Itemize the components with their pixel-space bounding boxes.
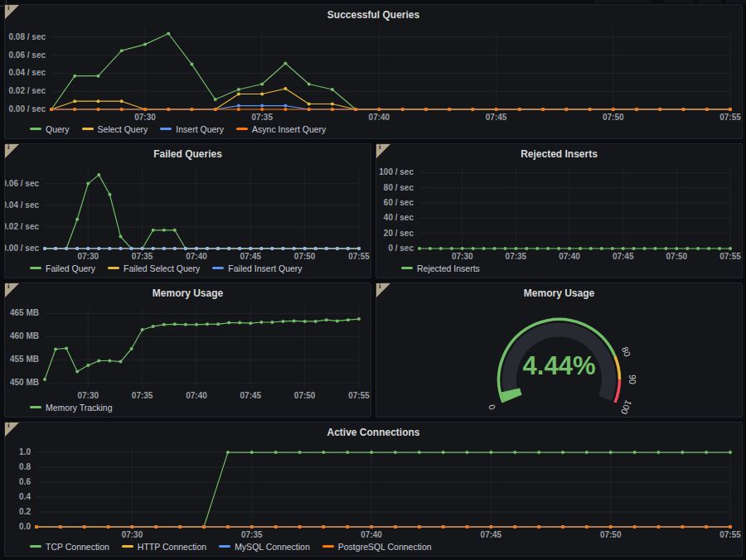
data-point[interactable] (226, 451, 230, 454)
data-point[interactable] (635, 108, 638, 111)
data-point[interactable] (685, 247, 689, 250)
data-point[interactable] (718, 247, 721, 250)
legend-item-failed-select-query[interactable]: Failed Select Query (108, 263, 200, 273)
data-point[interactable] (119, 235, 123, 239)
data-point[interactable] (696, 247, 700, 250)
data-point[interactable] (325, 318, 328, 321)
legend-item-query[interactable]: Query (30, 124, 70, 134)
data-point[interactable] (143, 108, 147, 111)
data-point[interactable] (283, 62, 287, 65)
data-point[interactable] (214, 108, 217, 111)
data-point[interactable] (600, 247, 603, 250)
data-point[interactable] (394, 525, 397, 529)
data-point[interactable] (120, 99, 124, 103)
data-point[interactable] (282, 247, 285, 250)
data-point[interactable] (442, 525, 445, 529)
data-point[interactable] (370, 451, 373, 454)
data-point[interactable] (238, 321, 241, 325)
data-point[interactable] (675, 247, 678, 250)
legend-item-tcp-connection[interactable]: TCP Connection (30, 542, 109, 552)
legend-item-failed-query[interactable]: Failed Query (30, 263, 95, 273)
data-point[interactable] (141, 328, 144, 331)
data-point[interactable] (585, 525, 589, 529)
data-point[interactable] (173, 229, 177, 232)
data-point[interactable] (589, 247, 593, 250)
data-point[interactable] (632, 247, 636, 250)
data-point[interactable] (119, 247, 123, 250)
data-point[interactable] (298, 525, 302, 529)
data-point[interactable] (314, 320, 317, 323)
data-point[interactable] (43, 378, 46, 381)
data-point[interactable] (546, 247, 550, 250)
data-point[interactable] (162, 323, 166, 326)
data-point[interactable] (589, 108, 592, 111)
data-point[interactable] (152, 247, 155, 250)
data-point[interactable] (260, 93, 264, 96)
panel-title-memory-usage-gauge[interactable]: Memory Usage (376, 287, 742, 300)
data-point[interactable] (249, 247, 252, 250)
data-point[interactable] (143, 43, 147, 46)
data-point[interactable] (54, 247, 57, 250)
data-point[interactable] (274, 525, 278, 529)
data-point[interactable] (152, 229, 155, 232)
data-point[interactable] (260, 108, 264, 111)
data-point[interactable] (537, 451, 540, 454)
data-point[interactable] (357, 317, 361, 321)
data-point[interactable] (729, 525, 732, 529)
data-point[interactable] (611, 247, 614, 250)
data-point[interactable] (664, 247, 667, 250)
data-point[interactable] (585, 451, 589, 454)
data-point[interactable] (346, 247, 350, 250)
data-point[interactable] (331, 88, 334, 91)
data-point[interactable] (466, 525, 469, 529)
data-point[interactable] (429, 247, 432, 250)
data-point[interactable] (681, 451, 684, 454)
data-point[interactable] (237, 104, 240, 108)
data-point[interactable] (238, 247, 241, 250)
legend-item-insert-query[interactable]: Insert Query (160, 124, 224, 134)
data-point[interactable] (216, 247, 220, 250)
memory-usage-chart[interactable]: 07:3007:3507:4007:4507:5007:55450 MB455 … (5, 300, 371, 401)
data-point[interactable] (503, 247, 506, 250)
panel-title-failed-queries[interactable]: Failed Queries (5, 147, 371, 161)
data-point[interactable] (283, 104, 287, 108)
data-point[interactable] (237, 93, 240, 96)
data-point[interactable] (237, 108, 240, 111)
data-point[interactable] (206, 247, 209, 250)
data-point[interactable] (489, 451, 492, 454)
data-point[interactable] (167, 32, 170, 36)
data-point[interactable] (622, 247, 625, 250)
data-point[interactable] (541, 108, 545, 111)
data-point[interactable] (514, 247, 517, 250)
data-point[interactable] (162, 247, 166, 250)
data-point[interactable] (50, 108, 53, 111)
data-point[interactable] (154, 525, 157, 529)
data-point[interactable] (346, 451, 349, 454)
data-point[interactable] (612, 108, 615, 111)
data-point[interactable] (346, 525, 349, 529)
data-point[interactable] (270, 321, 274, 324)
data-point[interactable] (633, 451, 637, 454)
data-point[interactable] (557, 247, 560, 250)
data-point[interactable] (65, 346, 68, 350)
data-point[interactable] (260, 104, 264, 108)
data-point[interactable] (418, 525, 421, 529)
data-point[interactable] (370, 525, 373, 529)
data-point[interactable] (119, 360, 123, 364)
data-point[interactable] (322, 525, 325, 529)
data-point[interactable] (472, 247, 475, 250)
data-point[interactable] (195, 323, 198, 326)
data-point[interactable] (73, 75, 76, 78)
data-point[interactable] (293, 247, 296, 250)
data-point[interactable] (656, 451, 660, 454)
data-point[interactable] (184, 323, 187, 326)
data-point[interactable] (471, 108, 474, 111)
data-point[interactable] (643, 247, 647, 250)
data-point[interactable] (73, 108, 76, 111)
panel-title-successful-queries[interactable]: Successful Queries (5, 8, 742, 22)
data-point[interactable] (466, 451, 469, 454)
data-point[interactable] (656, 525, 660, 529)
data-point[interactable] (707, 247, 710, 250)
data-point[interactable] (308, 108, 311, 111)
data-point[interactable] (97, 108, 100, 111)
